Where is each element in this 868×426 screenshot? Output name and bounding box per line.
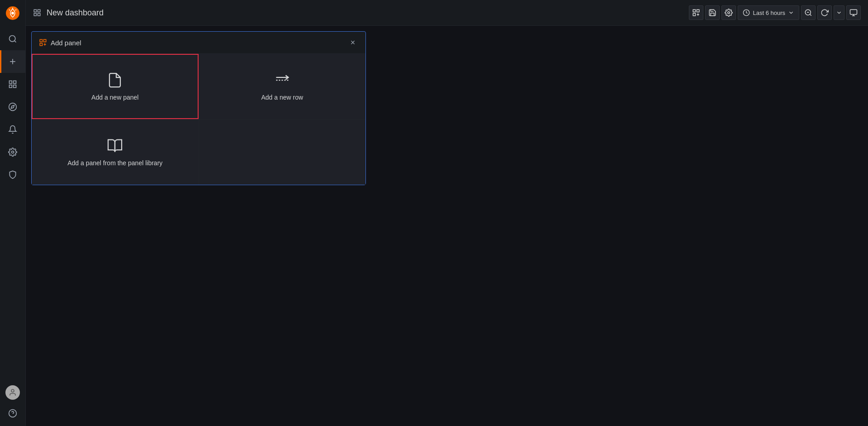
sidebar-item-explore[interactable]: [0, 96, 26, 118]
modal-title-text: Add panel: [51, 39, 81, 47]
svg-rect-38: [40, 43, 42, 46]
book-icon: [107, 138, 123, 154]
tv-mode-button[interactable]: [846, 5, 861, 20]
save-dashboard-button[interactable]: [705, 5, 720, 20]
modal-title: Add panel: [39, 38, 81, 47]
dashboard-settings-button[interactable]: [721, 5, 736, 20]
sidebar-item-dashboards[interactable]: [0, 73, 26, 96]
modal-header: Add panel ×: [32, 32, 365, 54]
svg-point-28: [728, 12, 730, 14]
time-range-label: Last 6 hours: [753, 10, 785, 16]
add-panel-title-icon: [39, 38, 47, 47]
add-panel-library-label: Add a panel from the panel library: [67, 159, 162, 167]
svg-rect-21: [34, 14, 36, 16]
add-panel-button[interactable]: [689, 5, 703, 20]
add-new-row-label: Add a new row: [261, 94, 303, 101]
svg-rect-20: [38, 10, 40, 12]
sidebar-nav: [0, 26, 25, 385]
add-new-panel-option[interactable]: Add a new panel: [32, 54, 199, 119]
svg-rect-19: [34, 10, 36, 12]
sidebar-item-add[interactable]: [0, 50, 26, 73]
svg-rect-25: [693, 14, 696, 16]
refresh-button[interactable]: [817, 5, 832, 20]
sidebar-item-configuration[interactable]: [0, 141, 26, 163]
modal-options-grid: Add a new panel Add a new row: [32, 54, 365, 185]
main-content: New dashboard: [26, 0, 868, 426]
time-range-picker[interactable]: Last 6 hours: [738, 5, 799, 20]
add-new-panel-label: Add a new panel: [91, 94, 138, 101]
svg-rect-36: [40, 39, 42, 42]
svg-rect-10: [14, 81, 16, 84]
svg-rect-11: [9, 85, 12, 88]
add-panel-library-option[interactable]: Add a panel from the panel library: [32, 120, 199, 185]
svg-marker-14: [11, 105, 14, 108]
svg-line-6: [14, 41, 16, 43]
svg-point-5: [9, 36, 15, 42]
sidebar-item-search[interactable]: [0, 28, 26, 50]
sidebar: [0, 0, 26, 426]
dashboard-content: Add panel × Add a new panel: [26, 26, 868, 426]
zoom-out-button[interactable]: [801, 5, 816, 20]
svg-rect-9: [9, 81, 12, 84]
grafana-logo[interactable]: [0, 0, 26, 26]
svg-rect-12: [14, 85, 16, 88]
svg-rect-24: [697, 10, 699, 12]
svg-line-31: [810, 14, 811, 15]
page-title: New dashboard: [47, 8, 104, 18]
sidebar-item-alerting[interactable]: [0, 118, 26, 141]
empty-grid-cell: [199, 120, 366, 185]
svg-rect-23: [693, 10, 696, 12]
svg-point-16: [11, 389, 14, 392]
svg-point-15: [12, 151, 14, 153]
file-icon: [107, 72, 123, 88]
user-avatar[interactable]: [5, 385, 20, 400]
topbar-left: New dashboard: [33, 8, 104, 18]
svg-rect-33: [850, 10, 857, 14]
svg-point-13: [9, 103, 17, 111]
add-panel-modal: Add panel × Add a new panel: [31, 31, 366, 185]
modal-close-button[interactable]: ×: [347, 37, 358, 48]
svg-rect-22: [38, 14, 40, 16]
dashboard-grid-icon: [33, 9, 41, 17]
rows-icon: [274, 72, 290, 88]
help-button[interactable]: [0, 404, 26, 422]
sidebar-item-admin[interactable]: [0, 163, 26, 186]
svg-point-1: [11, 12, 14, 14]
sidebar-bottom: [0, 385, 26, 426]
refresh-dropdown-button[interactable]: [834, 5, 844, 20]
svg-rect-37: [44, 39, 46, 42]
topbar: New dashboard: [26, 0, 868, 26]
topbar-right: Last 6 hours: [689, 5, 861, 20]
add-new-row-option[interactable]: Add a new row: [199, 54, 366, 119]
